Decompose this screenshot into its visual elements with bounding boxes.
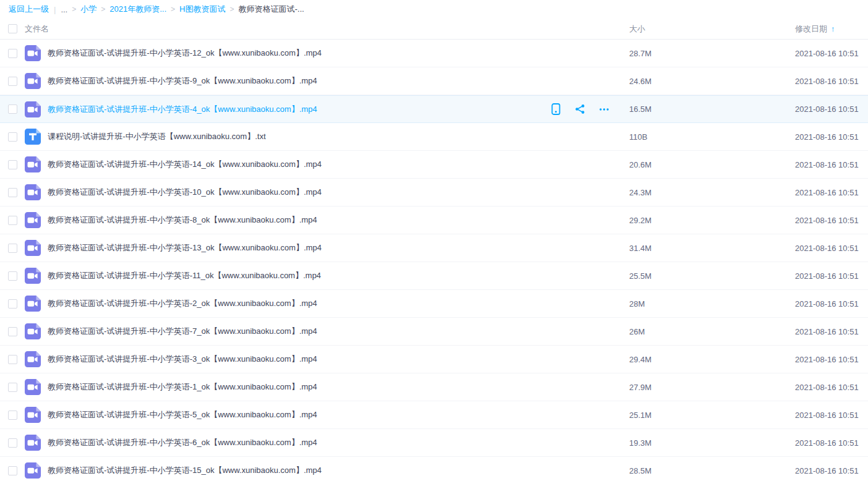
breadcrumb-back-link[interactable]: 返回上一级: [9, 4, 49, 15]
video-file-icon: [25, 351, 41, 367]
file-size: 24.6M: [629, 77, 651, 86]
send-to-phone-icon[interactable]: [551, 103, 561, 115]
table-row[interactable]: 教师资格证面试-试讲提升班-中小学英语-11_ok【www.xunibaoku.…: [0, 262, 868, 290]
video-file-icon: [25, 212, 41, 228]
file-size: 16.5M: [629, 104, 651, 114]
select-checkbox[interactable]: [8, 132, 17, 142]
select-checkbox[interactable]: [8, 411, 17, 420]
table-row[interactable]: 教师资格证面试-试讲提升班-中小学英语-9_ok【www.xunibaoku.c…: [0, 67, 868, 95]
breadcrumb-divider: |: [54, 5, 56, 14]
select-checkbox[interactable]: [8, 77, 17, 86]
select-checkbox[interactable]: [8, 327, 17, 336]
video-file-icon: [25, 101, 41, 117]
row-actions: [551, 103, 609, 115]
file-modified-date: 2021-08-16 10:51: [795, 77, 859, 86]
file-size: 28M: [629, 299, 645, 309]
video-file-icon: [25, 268, 41, 284]
file-size: 20.6M: [629, 160, 651, 169]
file-name-link[interactable]: 教师资格证面试-试讲提升班-中小学英语-1_ok【www.xunibaoku.c…: [48, 381, 317, 393]
video-file-icon: [25, 435, 41, 451]
select-checkbox[interactable]: [8, 438, 17, 448]
table-row[interactable]: 课程说明-试讲提升班-中小学英语【www.xunibaoku.com】.txt: [0, 123, 868, 151]
video-file-icon: [25, 240, 41, 256]
file-modified-date: 2021-08-16 10:51: [795, 160, 859, 169]
video-file-icon: [25, 296, 41, 312]
table-row[interactable]: 教师资格证面试-试讲提升班-中小学英语-14_ok【www.xunibaoku.…: [0, 151, 868, 179]
file-size: 28.5M: [629, 466, 651, 475]
table-row[interactable]: 教师资格证面试-试讲提升班-中小学英语-7_ok【www.xunibaoku.c…: [0, 318, 868, 346]
column-header-date[interactable]: 修改日期: [795, 23, 827, 35]
select-checkbox[interactable]: [8, 216, 17, 225]
column-header-filename[interactable]: 文件名: [25, 23, 49, 35]
table-row[interactable]: 教师资格证面试-试讲提升班-中小学英语-10_ok【www.xunibaoku.…: [0, 179, 868, 206]
file-name-link[interactable]: 教师资格证面试-试讲提升班-中小学英语-9_ok【www.xunibaoku.c…: [48, 75, 317, 87]
select-checkbox[interactable]: [8, 271, 17, 281]
file-size: 29.4M: [629, 355, 651, 364]
share-icon[interactable]: [575, 103, 585, 115]
file-name-link[interactable]: 教师资格证面试-试讲提升班-中小学英语-7_ok【www.xunibaoku.c…: [48, 326, 317, 337]
file-size: 31.4M: [629, 244, 651, 253]
table-row[interactable]: 教师资格证面试-试讲提升班-中小学英语-15_ok【www.xunibaoku.…: [0, 457, 868, 481]
breadcrumb: 返回上一级 | ... > 小学 > 2021年教师资... > H图教资面试 …: [0, 0, 868, 19]
table-row[interactable]: 教师资格证面试-试讲提升班-中小学英语-8_ok【www.xunibaoku.c…: [0, 206, 868, 234]
breadcrumb-collapsed[interactable]: ...: [61, 5, 67, 14]
video-file-icon: [25, 156, 41, 172]
select-checkbox[interactable]: [8, 466, 17, 475]
file-name-link[interactable]: 教师资格证面试-试讲提升班-中小学英语-3_ok【www.xunibaoku.c…: [48, 354, 317, 365]
select-checkbox[interactable]: [8, 104, 17, 114]
file-modified-date: 2021-08-16 10:51: [795, 104, 859, 114]
file-modified-date: 2021-08-16 10:51: [795, 244, 859, 253]
column-header-size[interactable]: 大小: [629, 24, 645, 33]
file-size: 29.2M: [629, 216, 651, 225]
table-row[interactable]: 教师资格证面试-试讲提升班-中小学英语-4_ok【www.xunibaoku.c…: [0, 95, 868, 123]
more-icon[interactable]: [599, 103, 609, 115]
breadcrumb-separator: >: [72, 5, 76, 14]
file-name-link[interactable]: 教师资格证面试-试讲提升班-中小学英语-8_ok【www.xunibaoku.c…: [48, 215, 317, 226]
select-checkbox[interactable]: [8, 244, 17, 253]
file-modified-date: 2021-08-16 10:51: [795, 299, 859, 309]
file-name-link[interactable]: 教师资格证面试-试讲提升班-中小学英语-15_ok【www.xunibaoku.…: [48, 465, 322, 476]
file-name-link[interactable]: 教师资格证面试-试讲提升班-中小学英语-13_ok【www.xunibaoku.…: [48, 242, 322, 253]
table-row[interactable]: 教师资格证面试-试讲提升班-中小学英语-1_ok【www.xunibaoku.c…: [0, 373, 868, 401]
select-checkbox[interactable]: [8, 299, 17, 309]
file-modified-date: 2021-08-16 10:51: [795, 466, 859, 475]
file-name-link[interactable]: 教师资格证面试-试讲提升班-中小学英语-10_ok【www.xunibaoku.…: [48, 187, 322, 198]
table-row[interactable]: 教师资格证面试-试讲提升班-中小学英语-5_ok【www.xunibaoku.c…: [0, 401, 868, 429]
video-file-icon: [25, 323, 41, 339]
table-row[interactable]: 教师资格证面试-试讲提升班-中小学英语-6_ok【www.xunibaoku.c…: [0, 429, 868, 457]
file-list: 教师资格证面试-试讲提升班-中小学英语-12_ok【www.xunibaoku.…: [0, 40, 868, 481]
file-modified-date: 2021-08-16 10:51: [795, 188, 859, 197]
file-size: 26M: [629, 327, 645, 336]
select-checkbox[interactable]: [8, 49, 17, 58]
file-name-link[interactable]: 课程说明-试讲提升班-中小学英语【www.xunibaoku.com】.txt: [48, 131, 266, 142]
table-row[interactable]: 教师资格证面试-试讲提升班-中小学英语-2_ok【www.xunibaoku.c…: [0, 290, 868, 318]
file-name-link[interactable]: 教师资格证面试-试讲提升班-中小学英语-4_ok【www.xunibaoku.c…: [48, 104, 317, 115]
breadcrumb-separator: >: [171, 5, 175, 14]
breadcrumb-item-2021-teacher[interactable]: 2021年教师资...: [110, 4, 166, 15]
breadcrumb-separator: >: [101, 5, 105, 14]
select-checkbox[interactable]: [8, 383, 17, 392]
table-row[interactable]: 教师资格证面试-试讲提升班-中小学英语-13_ok【www.xunibaoku.…: [0, 234, 868, 262]
select-checkbox[interactable]: [8, 355, 17, 364]
table-row[interactable]: 教师资格证面试-试讲提升班-中小学英语-3_ok【www.xunibaoku.c…: [0, 346, 868, 373]
file-modified-date: 2021-08-16 10:51: [795, 327, 859, 336]
file-modified-date: 2021-08-16 10:51: [795, 49, 859, 58]
breadcrumb-item-h-folder[interactable]: H图教资面试: [179, 4, 225, 15]
file-name-link[interactable]: 教师资格证面试-试讲提升班-中小学英语-12_ok【www.xunibaoku.…: [48, 48, 322, 59]
sort-ascending-icon[interactable]: ↑: [831, 24, 835, 33]
table-row[interactable]: 教师资格证面试-试讲提升班-中小学英语-12_ok【www.xunibaoku.…: [0, 40, 868, 67]
file-name-link[interactable]: 教师资格证面试-试讲提升班-中小学英语-6_ok【www.xunibaoku.c…: [48, 437, 317, 448]
file-modified-date: 2021-08-16 10:51: [795, 411, 859, 420]
breadcrumb-current-folder: 教师资格证面试-...: [238, 4, 304, 15]
video-file-icon: [25, 462, 41, 479]
file-size: 25.1M: [629, 411, 651, 420]
file-name-link[interactable]: 教师资格证面试-试讲提升班-中小学英语-11_ok【www.xunibaoku.…: [48, 270, 321, 281]
select-checkbox[interactable]: [8, 160, 17, 169]
file-name-link[interactable]: 教师资格证面试-试讲提升班-中小学英语-2_ok【www.xunibaoku.c…: [48, 298, 317, 309]
breadcrumb-item-primary-school[interactable]: 小学: [80, 4, 97, 15]
file-name-link[interactable]: 教师资格证面试-试讲提升班-中小学英语-5_ok【www.xunibaoku.c…: [48, 409, 317, 420]
select-all-checkbox[interactable]: [8, 24, 17, 33]
file-modified-date: 2021-08-16 10:51: [795, 132, 859, 142]
select-checkbox[interactable]: [8, 188, 17, 197]
file-name-link[interactable]: 教师资格证面试-试讲提升班-中小学英语-14_ok【www.xunibaoku.…: [48, 159, 322, 170]
